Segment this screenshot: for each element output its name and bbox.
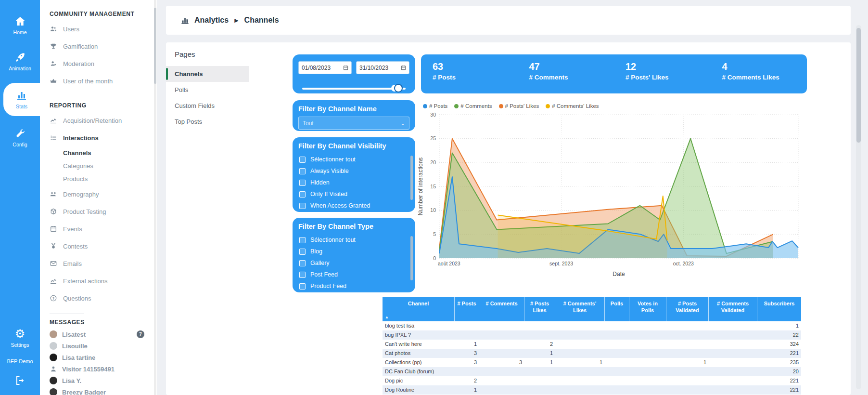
logout-icon [14, 375, 26, 386]
table-header--comments[interactable]: # Comments [479, 297, 524, 321]
checkbox[interactable] [299, 168, 306, 174]
legend-item[interactable]: # Posts' Likes [499, 103, 539, 109]
sidebar-item-moderation[interactable]: Moderation [40, 55, 157, 72]
pages-item-custom-fields[interactable]: Custom Fields [166, 98, 249, 114]
settings-button[interactable]: ⚙ Settings [11, 323, 29, 353]
slider-handle[interactable] [394, 84, 403, 92]
table-header--posts[interactable]: # Posts [455, 297, 479, 321]
checkbox-label: Product Feed [310, 283, 346, 290]
sidebar-item-external-actions[interactable]: External actions [40, 272, 157, 290]
message-item-breezy-badger[interactable]: Breezy Badger [40, 386, 157, 395]
checkbox[interactable] [299, 157, 306, 163]
checkbox-option-when-access-granted[interactable]: When Access Granted [298, 200, 409, 211]
page-scrollbar[interactable] [856, 25, 861, 389]
svg-text:0: 0 [433, 255, 436, 261]
legend-item[interactable]: # Posts [423, 103, 447, 109]
table-row[interactable]: blog test lisa1 [383, 321, 801, 330]
checkbox[interactable] [299, 249, 306, 255]
table-header--posts-likes[interactable]: # Posts Likes [524, 297, 555, 321]
table-header-votes-in-polls[interactable]: Votes in Polls [629, 297, 666, 321]
checkbox[interactable] [299, 283, 306, 290]
sidebar-item-acquisition-retention[interactable]: Acquisition/Retention [40, 112, 157, 129]
checkbox-option-hidden[interactable]: Hidden [298, 177, 409, 188]
checkbox[interactable] [299, 191, 306, 198]
checkbox[interactable] [299, 203, 306, 209]
message-item-lisa-y-[interactable]: Lisa Y. [40, 375, 157, 386]
date-to-input[interactable]: 31/10/2023 [356, 61, 409, 74]
table-header-subscribers[interactable]: Subscribers [757, 297, 801, 321]
sidebar-scrollbar[interactable] [154, 0, 156, 395]
breadcrumb-section[interactable]: Analytics [194, 16, 229, 25]
checkbox-option-s-lectionner-tout[interactable]: Sélectionner tout [298, 154, 409, 165]
panel-scrollbar[interactable] [410, 156, 413, 200]
stat-value: 47 [529, 61, 614, 72]
sidebar-item-products[interactable]: Products [40, 172, 157, 185]
checkbox-option-post-feed[interactable]: Post Feed [298, 269, 409, 280]
sidebar-item-user-of-the-month[interactable]: User of the month [40, 72, 157, 90]
date-range-slider[interactable] [302, 84, 406, 92]
checkbox[interactable] [299, 260, 306, 266]
message-item-lisouille[interactable]: Lisouille [40, 340, 157, 352]
svg-text:août 2023: août 2023 [438, 261, 460, 266]
pages-item-top-posts[interactable]: Top Posts [166, 114, 249, 130]
sidebar-item-product-testing[interactable]: Product Testing [40, 203, 157, 220]
cell-value [629, 349, 666, 358]
message-item-visitor-141559491[interactable]: Visitor 141559491 [40, 363, 157, 375]
channel-name-select[interactable]: Tout ⌄ [298, 117, 409, 130]
table-header-channel[interactable]: Channel▲ [383, 297, 455, 321]
sidebar-item-label: Moderation [63, 60, 94, 67]
checkbox[interactable] [299, 237, 306, 243]
sidebar-item-categories[interactable]: Categories [40, 159, 157, 172]
table-header--posts-validated[interactable]: # Posts Validated [666, 297, 709, 321]
rail-item-home[interactable]: Home [0, 11, 40, 40]
table-row[interactable]: Can't write here12324 [383, 340, 801, 349]
pages-item-polls[interactable]: Polls [166, 82, 249, 98]
checkbox-option-s-lectionner-tout[interactable]: Sélectionner tout [298, 234, 409, 246]
cell-value [555, 321, 605, 330]
channel-name-filter-panel: Filter By Channel Name Tout ⌄ [293, 100, 415, 131]
breadcrumb: Analytics ▶ Channels [166, 6, 851, 35]
table-row[interactable]: Dog pic2221 [383, 376, 801, 385]
checkbox[interactable] [299, 180, 306, 186]
panel-scrollbar[interactable] [410, 236, 413, 280]
checkbox-option-gallery[interactable]: Gallery [298, 257, 409, 269]
date-from-input[interactable]: 01/08/2023 [298, 61, 352, 74]
pages-item-channels[interactable]: Channels [166, 66, 249, 82]
table-header--comments-validated[interactable]: # Comments Validated [709, 297, 757, 321]
sidebar-item-users[interactable]: Users [40, 20, 157, 38]
checkbox-option-only-if-visited[interactable]: Only If Visited [298, 188, 409, 200]
checkbox-option-product-feed[interactable]: Product Feed [298, 280, 409, 292]
rail-item-animation[interactable]: Animation [0, 47, 40, 76]
legend-item[interactable]: # Comments [454, 103, 492, 109]
cell-value [629, 367, 666, 376]
legend-item[interactable]: # Comments' Likes [546, 103, 599, 109]
cell-value: 22 [757, 330, 801, 340]
checkbox-label: Hidden [310, 179, 330, 186]
rail-item-config[interactable]: Config [0, 123, 40, 152]
sidebar-item-events[interactable]: Events [40, 220, 157, 237]
message-item-lisatest[interactable]: Lisatest7 [40, 329, 157, 340]
table-row[interactable]: Cat photos31221 [383, 349, 801, 358]
cell-channel-name: Cat photos [383, 349, 455, 358]
table-row[interactable]: bug IPXL ?22 [383, 330, 801, 340]
sidebar-item-interactions[interactable]: Interactions [40, 129, 157, 146]
checkbox-option-blog[interactable]: Blog [298, 246, 409, 257]
table-row[interactable]: Collections (pp)33111235 [383, 358, 801, 367]
table-header--comments-likes[interactable]: # Comments' Likes [555, 297, 605, 321]
sidebar-item-contests[interactable]: Contests [40, 237, 157, 255]
sidebar-item-gamification[interactable]: Gamification [40, 38, 157, 55]
checkbox-option-always-visible[interactable]: Always Visible [298, 165, 409, 177]
logout-button[interactable] [14, 370, 26, 391]
cell-value [629, 340, 666, 349]
stat-value: 4 [722, 61, 807, 72]
sidebar-item-emails[interactable]: Emails [40, 255, 157, 272]
sidebar-item-channels[interactable]: Channels [40, 146, 157, 159]
rail-item-stats[interactable]: Stats [3, 83, 40, 116]
sidebar-item-questions[interactable]: ?Questions [40, 290, 157, 307]
checkbox[interactable] [299, 272, 306, 278]
table-row[interactable]: Dog Routine1221 [383, 385, 801, 395]
sidebar-item-demography[interactable]: Demography [40, 185, 157, 203]
message-item-lisa-tartine[interactable]: Lisa tartine [40, 352, 157, 363]
table-row[interactable]: DC Fan Club (forum)20 [383, 367, 801, 376]
table-header-polls[interactable]: Polls [605, 297, 629, 321]
